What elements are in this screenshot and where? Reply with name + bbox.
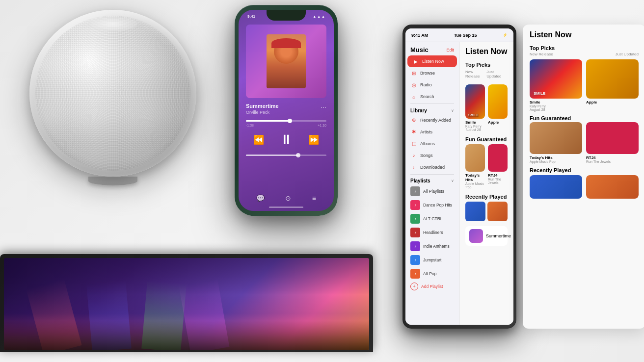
alt-pop-label: Alt Pop (423, 271, 436, 276)
library-chevron[interactable]: ∨ (451, 108, 454, 113)
rp-todays-cover (530, 122, 582, 154)
volume-bar[interactable] (246, 155, 326, 156)
playlist-item-alt-pop[interactable]: ♪ Alt Pop (405, 267, 459, 281)
rp-rtj4-cover (586, 122, 639, 154)
rtj4-label: RTJ4 (488, 173, 508, 178)
fun-guaranteed-section: Fun Guaranteed Today's Hits Apple Music … (459, 134, 513, 192)
play-pause-button[interactable]: ⏸ (279, 131, 293, 148)
music-info: Summertime Orville Peck (246, 103, 326, 115)
songs-label: Songs (420, 153, 433, 158)
katy-card-text: SMILE (468, 113, 479, 117)
apple-card[interactable]: Apple (488, 84, 508, 131)
rp-todays-hits-card[interactable]: Today's Hits Apple Music Pop (530, 122, 582, 163)
sidebar-item-recently-added[interactable]: ⊕ Recently Added (405, 114, 459, 126)
sidebar-item-songs[interactable]: ♪ Songs (405, 150, 459, 161)
ipad-screen: 9:41 AM Tue Sep 15 ⚡ Music Edit ▶ Lis (405, 28, 513, 325)
rp-rec-card-2[interactable] (586, 175, 639, 199)
time-current: -1:38 (246, 124, 254, 127)
library-title: Library (410, 108, 427, 113)
rp-new-release: New Release (530, 52, 553, 56)
playlist-item-all[interactable]: ♪ All Playlists (405, 184, 459, 198)
playlist-item-dance-pop[interactable]: ♪ Dance Pop Hits (405, 198, 459, 212)
rp-apple-label: Apple (586, 100, 639, 104)
right-panel: Listen Now Top Picks New Release Just Up… (523, 25, 644, 329)
playlist-item-indie-anthems[interactable]: ♪ Indie Anthems (405, 239, 459, 253)
album-art-figure (267, 34, 306, 88)
rp-top-picks-section: Top Picks New Release Just Updated SMILE… (523, 43, 644, 113)
rp-rec-card-1[interactable] (530, 175, 582, 199)
rtj4-cover (488, 144, 508, 172)
sidebar-item-albums[interactable]: ◫ Albums (405, 138, 459, 150)
album-art-hat (271, 38, 301, 48)
playlists-title: Playlists (410, 178, 430, 183)
ipad-device: 9:41 AM Tue Sep 15 ⚡ Music Edit ▶ Lis (402, 25, 516, 329)
iphone-device: 9:41 ▲ ▲ ▲ Summertime Orville Peck ··· -… (235, 5, 338, 216)
smile-card[interactable]: SMILE Smile Katy Perry August 28 (465, 84, 485, 131)
rp-fun-cards: Today's Hits Apple Music Pop RTJ4 Run Th… (530, 122, 639, 163)
rp-smile-date: August 28 (530, 108, 582, 111)
summertime-bar[interactable]: Summertime (465, 226, 508, 246)
sidebar-edit-button[interactable]: Edit (446, 48, 454, 52)
playlists-chevron[interactable]: ∨ (451, 179, 454, 183)
rp-header: Listen Now (523, 25, 644, 43)
battery-icon: ⚡ (503, 33, 508, 37)
sidebar-item-search[interactable]: ⌕ Search (405, 91, 459, 103)
homepod-device (29, 10, 196, 177)
radio-icon: ◎ (410, 81, 417, 88)
fast-forward-button[interactable]: ⏩ (308, 134, 319, 145)
rtj4-sub: Run The Jewels (488, 178, 508, 184)
all-playlists-icon: ♪ (410, 186, 420, 196)
browse-icon: ⊞ (410, 70, 417, 77)
sidebar-item-downloaded[interactable]: ↓ Downloaded (405, 161, 459, 173)
summertime-icon (469, 229, 483, 243)
rp-rtj4-card[interactable]: RTJ4 Run The Jewels (586, 122, 639, 163)
chat-button[interactable]: 💬 (256, 194, 265, 202)
sidebar-item-browse[interactable]: ⊞ Browse (405, 67, 459, 79)
airplay-button[interactable]: ⊙ (285, 194, 291, 202)
rp-just-updated: Just Updated (616, 52, 639, 56)
album-art (246, 25, 326, 98)
rp-smile-card[interactable]: SMILE Smile Katy Perry August 28 (530, 59, 582, 111)
sidebar-item-radio[interactable]: ◎ Radio (405, 79, 459, 91)
add-playlist-button[interactable]: + Add Playlist (405, 281, 459, 292)
progress-bar[interactable] (246, 120, 326, 122)
jumpstart-icon: ♪ (410, 255, 420, 265)
playlist-item-jumpstart[interactable]: ♪ Jumpstart (405, 253, 459, 267)
rp-recently-title: Recently Played (530, 167, 639, 173)
recently-card-2[interactable] (487, 202, 508, 221)
rp-apple-card[interactable]: Apple (586, 59, 639, 111)
sidebar-item-artists[interactable]: ✱ Artists (405, 126, 459, 138)
add-icon: + (410, 283, 418, 290)
top-picks-section: Top Picks New Release Just Updated SMILE (459, 59, 513, 134)
browse-label: Browse (420, 71, 435, 76)
smile-label: Smile (465, 120, 485, 125)
playlist-item-headliners[interactable]: ♪ Headliners (405, 226, 459, 239)
rp-apple-cover (586, 59, 639, 99)
list-button[interactable]: ≡ (312, 194, 316, 202)
playlist-item-altctrl[interactable]: ♪ ALT-CTRL (405, 212, 459, 226)
rewind-button[interactable]: ⏪ (253, 134, 264, 145)
todays-hits-card-item[interactable]: Today's Hits Apple Music Pop (465, 144, 485, 189)
iphone-screen: 9:41 ▲ ▲ ▲ Summertime Orville Peck ··· -… (239, 10, 334, 211)
ipad-content: Music Edit ▶ Listen Now ⊞ Browse ◎ Rad (405, 42, 513, 325)
recently-played-section: Recently Played (459, 192, 513, 224)
recently-played-cards (465, 202, 508, 221)
more-button[interactable]: ··· (321, 103, 326, 111)
volume-fill (246, 155, 298, 156)
music-artist: Orville Peck (246, 110, 326, 115)
recently-card-1[interactable] (465, 202, 485, 221)
todays-hits-cover (465, 144, 485, 172)
ipad-main-header: Listen Now (459, 42, 513, 59)
rp-recently-section: Recently Played (523, 165, 644, 201)
rtj4-card-item[interactable]: RTJ4 Run The Jewels (488, 144, 508, 189)
sidebar-item-listen-now[interactable]: ▶ Listen Now (407, 55, 457, 67)
headliners-icon: ♪ (410, 228, 420, 237)
fun-guaranteed-title: Fun Guaranteed (465, 136, 508, 142)
iphone-time: 9:41 (247, 14, 255, 19)
ipad-sidebar: Music Edit ▶ Listen Now ⊞ Browse ◎ Rad (405, 42, 459, 325)
top-picks-cards: SMILE Smile Katy Perry August 28 Apple (465, 84, 508, 131)
alt-pop-icon: ♪ (410, 269, 420, 279)
iphone-status-icons: ▲ ▲ ▲ (313, 15, 325, 18)
top-picks-sub-row: New Release Just Updated (465, 70, 508, 81)
all-playlists-label: All Playlists (423, 189, 444, 194)
